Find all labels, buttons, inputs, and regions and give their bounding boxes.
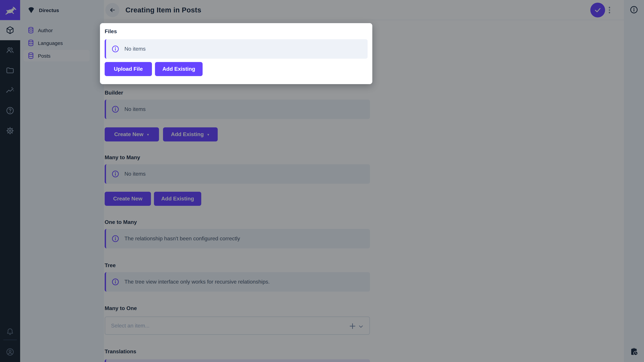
app-viewport: Creating Item in Posts Builder No items … xyxy=(0,0,644,362)
field-label-files: Files xyxy=(105,28,117,34)
screen: Creating Item in Posts Builder No items … xyxy=(0,0,644,362)
files-add-existing-button[interactable]: Add Existing xyxy=(155,62,202,76)
files-upload-file-button[interactable]: Upload File xyxy=(105,62,152,76)
info-circle-icon xyxy=(111,45,120,53)
files-field-card: Files No items Upload File Add Existing xyxy=(100,23,372,84)
files-empty-notice: No items xyxy=(105,39,368,59)
